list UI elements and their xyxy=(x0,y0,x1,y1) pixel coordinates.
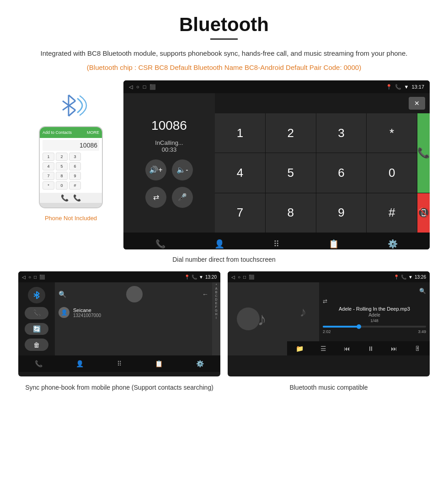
phone-screen-top: Add to Contacts MORE xyxy=(40,127,102,138)
volume-up-btn[interactable]: 🔊+ xyxy=(145,159,166,180)
playlist-icon[interactable]: ☰ xyxy=(320,345,326,352)
key-1[interactable]: 1 xyxy=(215,113,265,153)
dial-keypad: 1 2 3 * 📞 4 5 6 0 7 8 9 # 📵 xyxy=(215,113,430,233)
dial-input-bar: ✕ xyxy=(215,93,430,113)
nav-settings-2[interactable]: ⚙️ xyxy=(196,360,204,367)
wifi-icon: ▼ xyxy=(404,84,409,90)
phone-side: Add to Contacts MORE 10086 1 2 3 4 5 6 xyxy=(18,80,123,222)
nav-calls-2[interactable]: 📞 xyxy=(35,360,43,367)
total-time: 3:49 xyxy=(418,329,426,334)
prev-icon[interactable]: ⏮ xyxy=(344,345,350,352)
nav-dialpad-icon[interactable]: ⠿ xyxy=(273,239,279,249)
phonebook-status-bar: ◁○□⬛ 📍📞▼ 13:20 xyxy=(18,271,220,282)
dial-screenshot: ◁ ○ □ ⬛ 📍 📞 ▼ 13:17 10086 In xyxy=(123,80,430,249)
music-status-bar: ◁○□⬛ 📍📞▼ 13:26 xyxy=(228,271,430,282)
key-4[interactable]: 4 xyxy=(215,153,265,192)
svg-line-3 xyxy=(69,110,75,116)
phonebook-caption: Sync phone-book from mobile phone (Suppo… xyxy=(18,383,220,392)
delete-btn[interactable]: ✕ xyxy=(409,97,425,110)
nav-contacts-icon[interactable]: 👤 xyxy=(214,239,224,249)
phonebook-sidebar: 📞 🔄 🗑 xyxy=(18,282,55,355)
key-8[interactable]: 8 xyxy=(266,193,316,233)
phonebook-main: 🔍 ← 👤 Seicane 13241007000 xyxy=(55,282,212,355)
back-arrow-icon: ← xyxy=(202,291,208,298)
shuffle-icon: ⇄ xyxy=(323,298,327,304)
call-pill[interactable]: 📞 xyxy=(25,307,48,319)
key-zero[interactable]: 0 xyxy=(367,153,417,192)
status-right: 📍 📞 ▼ 13:17 xyxy=(386,84,424,90)
page-title: Bluetooth xyxy=(18,14,430,36)
play-pause-icon[interactable]: ⏸ xyxy=(368,345,374,352)
dial-main: 10086 InCalling... 00:33 🔊+ 🔈- ⇄ 🎤 xyxy=(123,93,430,233)
album-art-right: ♪ xyxy=(287,282,319,341)
music-time: 13:26 xyxy=(415,275,426,280)
location-icon: 📍 xyxy=(386,84,392,90)
nav-contacts-2[interactable]: 👤 xyxy=(76,360,84,367)
delete-pill[interactable]: 🗑 xyxy=(25,339,48,351)
key-2[interactable]: 2 xyxy=(266,113,316,153)
transfer-btn[interactable]: ⇄ xyxy=(145,187,166,208)
nav-calls-icon[interactable]: 📞 xyxy=(155,239,165,249)
nav-history-2[interactable]: 📋 xyxy=(155,360,163,367)
key-5[interactable]: 5 xyxy=(266,153,316,192)
volume-down-btn[interactable]: 🔈- xyxy=(172,159,193,180)
contact-avatar: 👤 xyxy=(59,307,69,318)
bt-icon xyxy=(28,287,45,303)
key-9[interactable]: 9 xyxy=(316,193,367,233)
music-controls: 📁 ☰ ⏮ ⏸ ⏭ 🎚 xyxy=(287,341,430,355)
music-content: ♪ ♪ 🔍 xyxy=(228,282,430,355)
dial-controls-2: ⇄ 🎤 xyxy=(145,187,193,208)
contact-row: 👤 Seicane 13241007000 xyxy=(59,305,208,320)
dial-number: 10086 xyxy=(151,118,187,133)
music-screenshot: ◁○□⬛ 📍📞▼ 13:26 ♪ xyxy=(228,271,430,376)
top-section: Add to Contacts MORE 10086 1 2 3 4 5 6 xyxy=(18,80,430,249)
svg-line-1 xyxy=(69,95,75,101)
progress-fill xyxy=(323,326,359,328)
key-3[interactable]: 3 xyxy=(316,113,367,153)
eq-icon[interactable]: 🎚 xyxy=(415,345,421,352)
bluetooth-icon xyxy=(53,90,89,122)
notif-icon: ⬛ xyxy=(149,84,156,90)
nav-settings-icon[interactable]: ⚙️ xyxy=(388,239,398,249)
key-7[interactable]: 7 xyxy=(215,193,265,233)
key-star[interactable]: * xyxy=(367,113,417,153)
dial-caption: Dial number direct from touchscreen xyxy=(18,256,430,263)
dial-right-panel: ✕ 1 2 3 * 📞 4 5 6 0 7 8 9 xyxy=(215,93,430,233)
artist-name: Adele xyxy=(323,312,426,318)
call-btn[interactable]: 📞 xyxy=(417,113,430,193)
music-info: 🔍 ⇄ Adele - Rolling In the Deep.mp3 Adel… xyxy=(319,282,430,341)
phonebook-content: 📞 🔄 🗑 🔍 ← 👤 Seicane xyxy=(18,282,220,355)
next-icon[interactable]: ⏭ xyxy=(391,345,397,352)
key-6[interactable]: 6 xyxy=(316,153,367,192)
recents-btn: □ xyxy=(143,84,146,90)
phone-not-included-label: Phone Not Included xyxy=(45,215,97,222)
phonebook-screenshot: ◁○□⬛ 📍📞▼ 13:20 xyxy=(18,271,220,376)
folder-icon[interactable]: 📁 xyxy=(296,345,304,352)
search-icon: 🔍 xyxy=(59,291,66,298)
page-container: Bluetooth Integrated with BC8 Bluetooth … xyxy=(0,0,448,406)
phone-bottom-bar: 📞 📞 xyxy=(40,193,102,203)
album-art-left: ♪ xyxy=(228,282,287,355)
mute-btn[interactable]: 🎤 xyxy=(172,187,193,208)
current-time: 2:02 xyxy=(323,329,331,334)
back-btn: ◁ xyxy=(129,84,133,90)
music-search-icon: 🔍 xyxy=(419,288,426,294)
bottom-captions: Sync phone-book from mobile phone (Suppo… xyxy=(18,383,430,392)
phone-mockup: Add to Contacts MORE 10086 1 2 3 4 5 6 xyxy=(39,126,103,208)
nav-history-icon[interactable]: 📋 xyxy=(329,239,339,249)
key-hash[interactable]: # xyxy=(367,193,417,233)
dial-left-panel: 10086 InCalling... 00:33 🔊+ 🔈- ⇄ 🎤 xyxy=(123,93,215,233)
progress-dot xyxy=(357,324,361,329)
end-call-btn[interactable]: 📵 xyxy=(417,193,430,233)
dial-bottom-nav: 📞 👤 ⠿ 📋 ⚙️ xyxy=(123,233,430,249)
call-icon: 📞 xyxy=(395,84,401,90)
phonebook-nav-bar: 📞 👤 ⠿ 📋 ⚙️ xyxy=(18,355,220,372)
phone-screen-content: 10086 1 2 3 4 5 6 7 8 9 xyxy=(40,138,102,193)
sync-pill[interactable]: 🔄 xyxy=(25,323,48,335)
music-times: 2:02 3:49 xyxy=(323,329,426,334)
clock: 13:17 xyxy=(411,84,424,90)
contact-info: Seicane 13241007000 xyxy=(73,307,101,318)
phonebook-time: 13:20 xyxy=(205,275,217,280)
nav-dialpad-2[interactable]: ⠿ xyxy=(117,360,122,367)
home-btn: ○ xyxy=(136,84,139,90)
